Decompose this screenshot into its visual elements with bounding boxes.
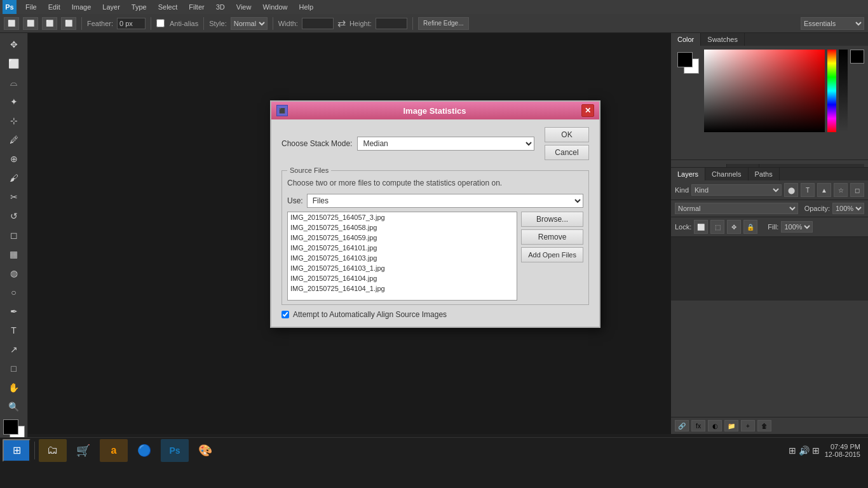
lock-move-icon[interactable]: ✥	[727, 220, 741, 234]
add-open-files-button[interactable]: Add Open Files	[521, 247, 583, 262]
remove-button[interactable]: Remove	[521, 229, 583, 245]
delete-layer-icon[interactable]: 🗑	[757, 420, 771, 431]
dodge-tool[interactable]: ○	[3, 283, 25, 301]
lock-all-icon[interactable]: 🔒	[743, 220, 757, 234]
tray-windows-icon[interactable]: ⊞	[812, 445, 820, 456]
history-brush-tool[interactable]: ↺	[3, 207, 25, 225]
spot-healing-tool[interactable]: ⊕	[3, 150, 25, 168]
menu-select[interactable]: Select	[153, 2, 183, 12]
filter-text-icon[interactable]: T	[801, 183, 815, 197]
ok-button[interactable]: OK	[545, 127, 589, 142]
crop-tool[interactable]: ⊹	[3, 112, 25, 130]
chrome-app[interactable]: 🔵	[130, 439, 158, 462]
menu-filter[interactable]: Filter	[184, 2, 209, 12]
marquee-tool[interactable]: ⬜	[3, 55, 25, 72]
foreground-color[interactable]	[3, 419, 18, 435]
shape-tool[interactable]: □	[3, 360, 25, 377]
file-list-item[interactable]: IMG_20150725_164101.jpg	[288, 243, 517, 253]
store-app[interactable]: 🛒	[69, 439, 97, 462]
tab-swatches[interactable]: Swatches	[701, 33, 745, 46]
height-input[interactable]	[376, 18, 407, 29]
color-fg-swatch[interactable]	[677, 52, 693, 67]
menu-layer[interactable]: Layer	[97, 2, 125, 12]
eyedropper-tool[interactable]: 🖉	[3, 131, 25, 149]
color-hue-slider[interactable]	[827, 50, 836, 132]
style-select[interactable]: Normal	[231, 17, 268, 30]
fill-select[interactable]: 100%	[781, 221, 813, 233]
menu-help[interactable]: Help	[294, 2, 319, 12]
clone-stamp-tool[interactable]: ✂	[3, 188, 25, 206]
file-list-item[interactable]: IMG_20150725_164059.jpg	[288, 233, 517, 243]
pen-tool[interactable]: ✒	[3, 302, 25, 320]
tab-layers[interactable]: Layers	[671, 168, 705, 180]
new-group-icon[interactable]: 📁	[724, 420, 738, 431]
lock-pixels-icon[interactable]: ⬜	[694, 220, 708, 234]
file-explorer-app[interactable]: 🗂	[39, 439, 67, 462]
current-color-swatch[interactable]	[850, 50, 864, 64]
anti-alias-checkbox[interactable]	[156, 19, 165, 27]
marquee-btn3[interactable]: ⬜	[42, 17, 57, 30]
blur-tool[interactable]: ◍	[3, 264, 25, 282]
menu-window[interactable]: Window	[257, 2, 292, 12]
stack-mode-select[interactable]: Entropy Kurtosis Maximum Mean Median Min…	[357, 137, 534, 151]
tray-network-icon[interactable]: ⊞	[789, 445, 796, 456]
menu-3d[interactable]: 3D	[211, 2, 230, 12]
filter-bg-icon[interactable]: ◻	[850, 183, 864, 197]
color-picker-gradient[interactable]	[704, 50, 825, 132]
tab-channels[interactable]: Channels	[705, 168, 748, 180]
eraser-tool[interactable]: ◻	[3, 226, 25, 244]
layer-mask-icon[interactable]: ◐	[708, 420, 722, 431]
use-select[interactable]: Files Folder	[307, 194, 583, 208]
paint-app[interactable]: 🎨	[191, 439, 219, 462]
quick-select-tool[interactable]: ✦	[3, 93, 25, 111]
tray-volume-icon[interactable]: 🔊	[799, 445, 810, 456]
lasso-tool[interactable]: ⌓	[3, 74, 25, 92]
marquee-btn2[interactable]: ⬜	[23, 17, 38, 30]
browse-button[interactable]: Browse...	[521, 212, 583, 227]
marquee-rectangular-btn[interactable]: ⬜	[4, 17, 19, 30]
auto-align-checkbox[interactable]	[281, 311, 289, 318]
gradient-tool[interactable]: ▦	[3, 245, 25, 263]
feather-input[interactable]	[117, 18, 146, 29]
new-layer-icon[interactable]: +	[741, 420, 755, 431]
workspace-select[interactable]: Essentials	[801, 17, 864, 30]
start-button[interactable]: ⊞	[3, 439, 31, 462]
opacity-select[interactable]: 100%	[832, 203, 864, 214]
file-list-item[interactable]: IMG_20150725_164104_1.jpg	[288, 283, 517, 294]
menu-image[interactable]: Image	[67, 2, 97, 12]
file-list-item[interactable]: IMG_20150725_164057_3.jpg	[288, 212, 517, 222]
cancel-button[interactable]: Cancel	[545, 145, 589, 160]
layer-effects-icon[interactable]: fx	[691, 420, 705, 431]
filter-pixel-icon[interactable]: ⬤	[784, 183, 798, 197]
tab-paths[interactable]: Paths	[749, 168, 780, 180]
file-list-item[interactable]: IMG_20150725_164103_1.jpg	[288, 263, 517, 273]
lock-gradient-icon[interactable]: ⬚	[710, 220, 724, 234]
menu-type[interactable]: Type	[126, 2, 152, 12]
file-list-item[interactable]: IMG_20150725_164103.jpg	[288, 253, 517, 263]
move-tool[interactable]: ✥	[3, 36, 25, 53]
amazon-app[interactable]: a	[100, 439, 128, 462]
layer-kind-select[interactable]: Kind	[691, 184, 782, 196]
link-layers-icon[interactable]: 🔗	[675, 420, 689, 431]
marquee-btn4[interactable]: ⬜	[61, 17, 76, 30]
filter-shape-icon[interactable]: ▲	[817, 183, 831, 197]
blend-mode-select[interactable]: Normal	[675, 203, 798, 214]
tab-color[interactable]: Color	[671, 33, 701, 46]
file-list-item[interactable]: IMG_20150725_164104.jpg	[288, 273, 517, 283]
photoshop-app[interactable]: Ps	[161, 439, 189, 462]
menu-edit[interactable]: Edit	[43, 2, 65, 12]
file-list-item[interactable]: IMG_20150725_164058.jpg	[288, 222, 517, 233]
files-list[interactable]: IMG_20150725_164057_3.jpgIMG_20150725_16…	[287, 212, 517, 301]
brush-tool[interactable]: 🖌	[3, 169, 25, 187]
dialog-close-button[interactable]: ✕	[581, 104, 594, 117]
width-input[interactable]	[302, 18, 334, 29]
menu-file[interactable]: File	[20, 2, 42, 12]
refine-edge-btn[interactable]: Refine Edge...	[418, 17, 469, 30]
zoom-tool[interactable]: 🔍	[3, 398, 25, 416]
filter-smart-icon[interactable]: ☆	[834, 183, 848, 197]
menu-view[interactable]: View	[231, 2, 257, 12]
color-alpha-slider[interactable]	[839, 50, 848, 132]
type-tool[interactable]: T	[3, 322, 25, 339]
image-statistics-dialog[interactable]: ⬛ Image Statistics ✕ Choose Stack Mode: …	[270, 100, 600, 328]
hand-tool[interactable]: ✋	[3, 379, 25, 396]
